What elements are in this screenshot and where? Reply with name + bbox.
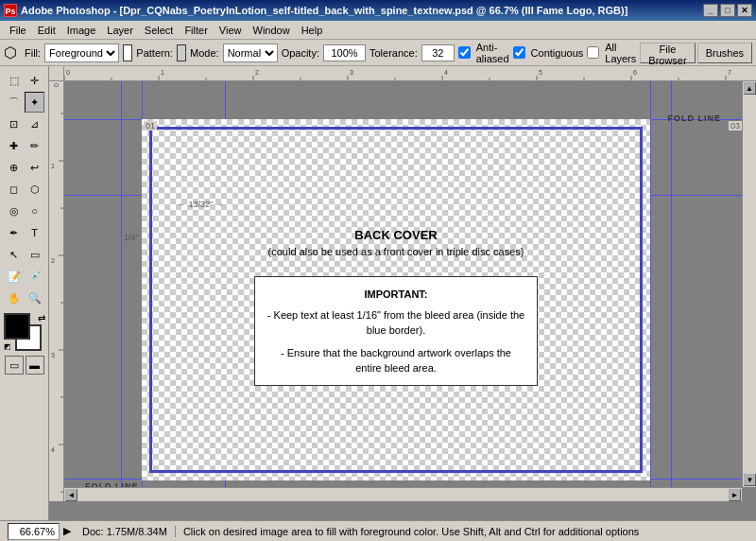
maximize-button[interactable]: □	[720, 4, 735, 17]
dodge-tool[interactable]: ○	[25, 201, 44, 221]
shape-tool[interactable]: ▭	[25, 244, 44, 265]
marquee-tool[interactable]: ⬚	[4, 70, 24, 91]
fill-tool[interactable]: ⬡	[25, 179, 44, 200]
opacity-input[interactable]	[323, 44, 366, 61]
eyedropper-tool[interactable]: 💉	[25, 266, 44, 287]
important-text1: - Keep text at least 1/16" from the blee…	[266, 307, 525, 338]
blur-tool[interactable]: ◎	[4, 201, 24, 221]
mode-select[interactable]: Normal	[223, 44, 278, 62]
hscroll-right-btn[interactable]: ►	[729, 489, 741, 501]
color-selector: ⇄ ◩	[4, 313, 45, 351]
lasso-tool[interactable]: ⌒	[4, 92, 24, 113]
full-screen-mode[interactable]: ▬	[26, 356, 44, 375]
screen-mode-selector: ▭ ▬	[5, 356, 44, 375]
svg-text:0: 0	[66, 69, 70, 76]
title-bar: Ps Adobe Photoshop - [Dpr_CQNabs_PoetryI…	[0, 0, 756, 21]
svg-text:6: 6	[633, 69, 637, 76]
file-browser-button[interactable]: File Browser	[640, 43, 695, 63]
svg-text:2: 2	[51, 257, 55, 264]
vscroll-down-btn[interactable]: ▼	[744, 474, 756, 486]
svg-text:4: 4	[444, 69, 448, 76]
menu-image[interactable]: Image	[61, 23, 102, 38]
canvas-content[interactable]: BACK COVER (could also be used as a fron…	[142, 119, 650, 480]
corner-marker-tl: 01	[144, 121, 157, 131]
status-bar: ▶ Doc: 1.75M/8.34M Click on desired imag…	[0, 520, 756, 541]
heal-tool[interactable]: ✚	[4, 135, 24, 156]
ruler-corner	[49, 66, 64, 81]
zoom-input[interactable]	[8, 523, 60, 540]
hand-tool[interactable]: ✋	[4, 288, 24, 308]
ruler-top: 0 1 2 3 4 5 6 7	[64, 66, 756, 81]
eraser-tool[interactable]: ◻	[4, 179, 24, 200]
notes-tool[interactable]: 📝	[4, 266, 24, 287]
brushes-button[interactable]: Brushes	[697, 43, 752, 63]
anti-aliased-checkbox[interactable]	[458, 46, 471, 59]
menu-layer[interactable]: Layer	[101, 23, 139, 38]
svg-text:3: 3	[350, 69, 353, 76]
status-arrow: ▶	[63, 525, 71, 537]
tolerance-input[interactable]	[421, 44, 455, 61]
doc-label: Doc: 1.75M/8.34M	[82, 526, 176, 537]
crop-tool[interactable]: ⊡	[4, 113, 24, 134]
pen-tool[interactable]: ✒	[4, 222, 24, 243]
svg-text:2: 2	[255, 69, 259, 76]
switch-colors-icon[interactable]: ⇄	[38, 313, 45, 323]
magic-wand-tool[interactable]: ✦	[25, 92, 44, 113]
contiguous-checkbox[interactable]	[513, 46, 525, 59]
tolerance-label: Tolerance:	[369, 47, 418, 59]
fill-color-box[interactable]	[123, 44, 132, 61]
title-text: Adobe Photoshop - [Dpr_CQNabs_PoetryInLo…	[21, 5, 701, 16]
slice-tool[interactable]: ⊿	[25, 113, 44, 134]
doc-size-value: 1.75M/8.34M	[107, 526, 167, 537]
mode-label: Mode:	[190, 47, 219, 59]
back-cover-subtitle-text: (could also be used as a front cover in …	[207, 246, 585, 257]
vscroll-up-btn[interactable]: ▲	[744, 82, 756, 95]
menu-view[interactable]: View	[214, 23, 248, 38]
corner-marker-tr: 03	[729, 121, 742, 131]
path-selection-tool[interactable]: ↖	[4, 244, 24, 265]
minimize-button[interactable]: _	[703, 4, 718, 17]
svg-rect-0	[64, 66, 756, 81]
canvas-label-area: BACK COVER (could also be used as a fron…	[207, 228, 585, 386]
standard-mode[interactable]: ▭	[5, 356, 24, 375]
canvas-wrapper[interactable]: BACK COVER (could also be used as a fron…	[64, 81, 756, 501]
fold-line-top-label: FOLD LINE	[668, 113, 722, 123]
hscroll-left-btn[interactable]: ◄	[65, 489, 77, 501]
all-layers-checkbox[interactable]	[587, 46, 599, 59]
status-message: Click on desired image area to fill with…	[183, 526, 639, 537]
foreground-color-box[interactable]	[4, 313, 30, 340]
panel-buttons: File Browser Brushes	[640, 43, 752, 63]
close-button[interactable]: ✕	[737, 4, 752, 17]
reset-colors-icon[interactable]: ◩	[4, 342, 11, 351]
move-tool[interactable]: ✛	[25, 70, 44, 91]
important-text2: - Ensure that the background artwork ove…	[266, 345, 525, 375]
fill-label: Fill:	[25, 47, 41, 59]
canvas-area[interactable]: 0 1 2 3 4 5 6 7	[49, 66, 756, 520]
svg-text:5: 5	[539, 69, 542, 76]
history-brush-tool[interactable]: ↩	[25, 157, 44, 178]
meas-top-label: ← 13/32" →	[178, 200, 224, 209]
meas-left-label: 1/4"	[124, 233, 139, 242]
all-layers-label: All Layers	[605, 42, 636, 64]
horizontal-scrollbar[interactable]: ◄ ►	[64, 487, 742, 501]
active-tool-icon: ⬡	[4, 44, 17, 61]
type-tool[interactable]: T	[25, 222, 44, 243]
svg-text:1: 1	[161, 69, 164, 76]
menu-edit[interactable]: Edit	[32, 23, 61, 38]
svg-text:0: 0	[53, 83, 60, 87]
zoom-tool[interactable]: 🔍	[25, 288, 44, 308]
pattern-box[interactable]	[177, 44, 186, 61]
fill-select[interactable]: Foreground	[44, 44, 119, 62]
menu-file[interactable]: File	[4, 23, 32, 38]
menu-help[interactable]: Help	[296, 23, 329, 38]
main-area: ⬚ ✛ ⌒ ✦ ⊡ ⊿ ✚ ✏ ⊕ ↩ ◻ ⬡ ◎ ○	[0, 66, 756, 520]
back-cover-title-text: BACK COVER	[207, 228, 585, 242]
vertical-scrollbar[interactable]: ▲ ▼	[742, 81, 756, 487]
doc-text-label: Doc:	[82, 526, 104, 537]
menu-window[interactable]: Window	[248, 23, 296, 38]
menu-filter[interactable]: Filter	[179, 23, 213, 38]
brush-tool[interactable]: ✏	[25, 135, 44, 156]
menu-select[interactable]: Select	[139, 23, 180, 38]
stamp-tool[interactable]: ⊕	[4, 157, 24, 178]
guide-v-left-outer	[121, 81, 122, 487]
